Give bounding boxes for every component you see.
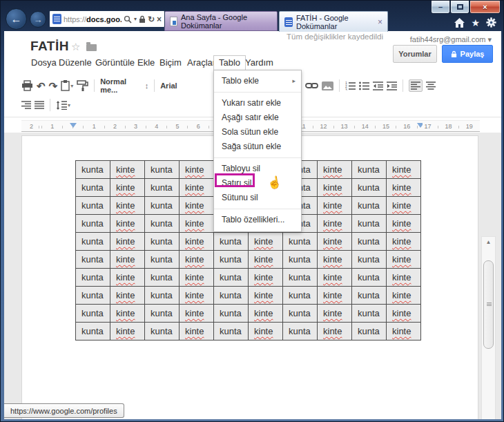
table-cell[interactable]: kinte <box>110 197 145 215</box>
menu-item-sağa-sütun-ekle[interactable]: Sağa sütun ekle <box>214 140 301 154</box>
table-cell[interactable]: kinte <box>387 161 421 179</box>
table-cell[interactable]: kunta <box>352 215 387 233</box>
back-button[interactable]: ← <box>6 8 27 30</box>
table-cell[interactable]: kinte <box>387 287 421 305</box>
justify-icon[interactable] <box>35 101 44 109</box>
address-dropdown-icon[interactable]: ▾ <box>134 16 137 22</box>
table-cell[interactable]: kunta <box>145 251 180 269</box>
table-cell[interactable]: kunta <box>352 197 387 215</box>
font-selector[interactable]: Arial <box>160 81 177 90</box>
close-button[interactable]: × <box>469 1 501 14</box>
table-cell[interactable]: kunta <box>76 197 110 215</box>
undo-icon[interactable]: ↶ <box>37 81 46 91</box>
table-cell[interactable]: kunta <box>214 323 249 341</box>
menu-item-sola-sütun-ekle[interactable]: Sola sütun ekle <box>214 125 301 140</box>
align-center-icon[interactable] <box>426 81 436 90</box>
table-cell[interactable]: kinte <box>180 287 214 305</box>
refresh-icon[interactable]: ↻ <box>148 15 155 24</box>
table-cell[interactable]: kinte <box>110 305 145 323</box>
table-cell[interactable]: kunta <box>76 215 110 233</box>
table-cell[interactable]: kunta <box>352 179 387 197</box>
table-cell[interactable]: kinte <box>110 323 145 341</box>
paste-format-icon[interactable]: ▾ <box>61 80 73 91</box>
table-cell[interactable]: kunta <box>352 269 387 287</box>
table-cell[interactable]: kinte <box>318 305 352 323</box>
table-cell[interactable]: kinte <box>387 233 421 251</box>
table-cell[interactable]: kunta <box>76 179 110 197</box>
table-cell[interactable]: kunta <box>283 233 318 251</box>
line-spacing-icon[interactable]: ▾ <box>56 101 70 110</box>
menubar-item-görüntüle[interactable]: Görüntüle <box>95 57 135 68</box>
table-cell[interactable]: kunta <box>145 269 180 287</box>
table-cell[interactable]: kinte <box>180 323 214 341</box>
table-cell[interactable]: kinte <box>110 179 145 197</box>
vertical-scrollbar[interactable]: ▲ ▼ <box>481 236 496 419</box>
menubar-item-araçlar[interactable]: Araçlar <box>187 57 215 68</box>
table-cell[interactable]: kinte <box>180 179 214 197</box>
table-cell[interactable]: kunta <box>145 233 180 251</box>
scroll-up-icon[interactable]: ▲ <box>482 238 495 247</box>
table-cell[interactable]: kunta <box>283 323 318 341</box>
table-cell[interactable]: kinte <box>387 269 421 287</box>
table-cell[interactable]: kinte <box>110 161 145 179</box>
table-cell[interactable]: kinte <box>110 215 145 233</box>
menubar-item-yardım[interactable]: Yardım <box>245 57 273 68</box>
table-cell[interactable]: kinte <box>318 197 352 215</box>
table-cell[interactable]: kunta <box>145 179 180 197</box>
table-cell[interactable]: kinte <box>318 323 352 341</box>
table-cell[interactable]: kunta <box>283 269 318 287</box>
table-cell[interactable]: kinte <box>387 323 421 341</box>
table-cell[interactable]: kinte <box>110 251 145 269</box>
home-icon[interactable] <box>454 18 465 28</box>
table-cell[interactable]: kunta <box>214 251 249 269</box>
table-cell[interactable]: kunta <box>145 323 180 341</box>
menubar-item-dosya[interactable]: Dosya <box>31 57 57 68</box>
table-cell[interactable]: kunta <box>145 287 180 305</box>
table-cell[interactable]: kinte <box>180 251 214 269</box>
table-cell[interactable]: kinte <box>180 161 214 179</box>
menubar-item-düzenle[interactable]: Düzenle <box>59 57 92 68</box>
tab-ana-sayfa[interactable]: Ana Sayfa - Google Dokümanlar <box>164 11 278 31</box>
table-cell[interactable]: kinte <box>318 251 352 269</box>
table-cell[interactable]: kunta <box>352 323 387 341</box>
address-url[interactable]: https://docs.goo... <box>64 15 122 23</box>
table-cell[interactable]: kinte <box>180 197 214 215</box>
table-cell[interactable]: kunta <box>283 287 318 305</box>
table-cell[interactable]: kunta <box>76 323 110 341</box>
table-cell[interactable]: kunta <box>76 305 110 323</box>
table-cell[interactable]: kinte <box>318 215 352 233</box>
table-cell[interactable]: kunta <box>76 161 110 179</box>
paragraph-style-selector[interactable]: Normal me... ↕ <box>100 77 148 94</box>
left-indent-marker[interactable] <box>70 123 77 128</box>
table-cell[interactable]: kunta <box>352 287 387 305</box>
table-cell[interactable]: kinte <box>249 323 283 341</box>
table-cell[interactable]: kinte <box>318 179 352 197</box>
table-cell[interactable]: kinte <box>180 233 214 251</box>
bulleted-list-icon[interactable] <box>359 81 369 90</box>
redo-icon[interactable]: ↷ <box>49 81 58 91</box>
table-cell[interactable]: kunta <box>283 251 318 269</box>
table-cell[interactable]: kinte <box>249 305 283 323</box>
account-menu[interactable]: fatih44srg@gmail.com ▾ <box>410 35 492 44</box>
table-cell[interactable]: kinte <box>249 251 283 269</box>
table-cell[interactable]: kunta <box>283 305 318 323</box>
table-cell[interactable]: kunta <box>214 287 249 305</box>
table-cell[interactable]: kunta <box>145 197 180 215</box>
table-cell[interactable]: kunta <box>214 305 249 323</box>
table-cell[interactable]: kunta <box>145 215 180 233</box>
forward-button[interactable]: → <box>30 11 46 28</box>
align-right-icon[interactable] <box>21 101 31 109</box>
menu-item-aşağı-satır-ekle[interactable]: Aşağı satır ekle <box>214 111 301 125</box>
table-cell[interactable]: kinte <box>387 197 421 215</box>
tab-close-icon[interactable]: × <box>378 17 382 27</box>
stop-icon[interactable]: × <box>157 15 162 24</box>
align-left-icon[interactable] <box>409 79 423 92</box>
folder-icon[interactable] <box>86 44 97 51</box>
table-cell[interactable]: kunta <box>76 233 110 251</box>
increase-indent-icon[interactable] <box>387 81 397 90</box>
table-cell[interactable]: kinte <box>387 179 421 197</box>
decrease-indent-icon[interactable] <box>373 81 383 90</box>
insert-image-icon[interactable] <box>322 81 333 90</box>
minimize-button[interactable]: – <box>431 1 450 14</box>
table-cell[interactable]: kinte <box>180 305 214 323</box>
